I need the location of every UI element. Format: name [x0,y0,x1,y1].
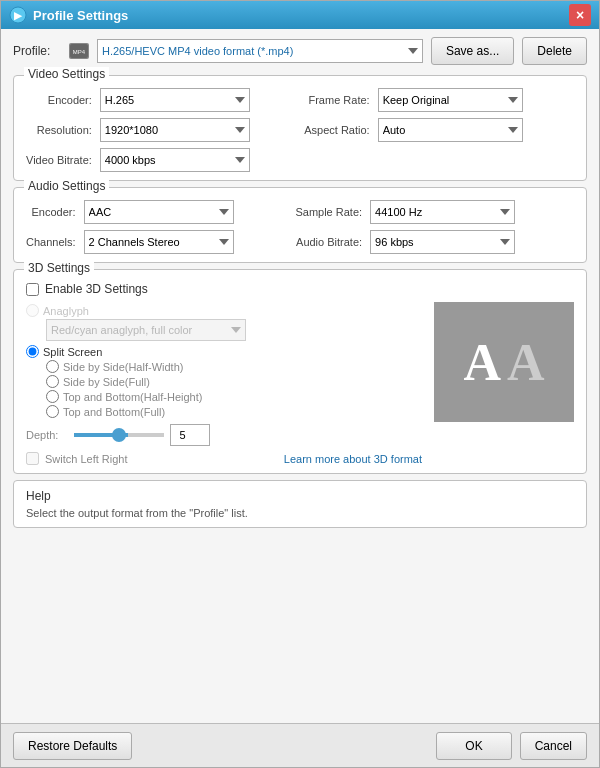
sub-option-2-radio[interactable] [46,390,59,403]
encoder-label: Encoder: [26,94,92,106]
depth-value-input[interactable] [170,424,210,446]
sub-option-3-radio[interactable] [46,405,59,418]
preview-right-a: A [507,333,545,392]
video-bitrate-select[interactable]: 4000 kbps [100,148,250,172]
anaglyph-radio[interactable] [26,304,39,317]
audio-bitrate-select[interactable]: 96 kbps [370,230,515,254]
sample-rate-select[interactable]: 44100 Hz [370,200,515,224]
channels-select[interactable]: 2 Channels Stereo [84,230,234,254]
svg-text:▶: ▶ [14,10,23,21]
split-screen-option: Split Screen [26,345,422,358]
sub-option-0-label: Side by Side(Half-Width) [63,361,183,373]
3d-content: Anaglyph Red/cyan anaglyph, full color S… [26,302,574,465]
title-bar: ▶ Profile Settings × [1,1,599,29]
3d-settings-title: 3D Settings [24,261,94,275]
switch-left-right-label: Switch Left Right [45,453,128,465]
delete-button[interactable]: Delete [522,37,587,65]
video-settings-grid: Encoder: H.265 Frame Rate: Keep Original… [26,88,574,172]
sample-rate-label: Sample Rate: [295,206,362,218]
close-button[interactable]: × [569,4,591,26]
learn-more-link[interactable]: Learn more about 3D format [284,453,422,465]
sub-option-2: Top and Bottom(Half-Height) [46,390,422,403]
anaglyph-label: Anaglyph [43,305,89,317]
restore-defaults-button[interactable]: Restore Defaults [13,732,132,760]
sub-option-1-label: Side by Side(Full) [63,376,150,388]
resolution-label: Resolution: [26,124,92,136]
audio-encoder-select[interactable]: AAC [84,200,234,224]
split-screen-label: Split Screen [43,346,102,358]
preview-left-a: A [463,333,501,392]
enable-3d-label[interactable]: Enable 3D Settings [45,282,148,296]
sub-option-0: Side by Side(Half-Width) [46,360,422,373]
audio-settings-section: Audio Settings Encoder: AAC Sample Rate:… [13,187,587,263]
help-title: Help [26,489,574,503]
audio-encoder-label: Encoder: [26,206,76,218]
resolution-select[interactable]: 1920*1080 [100,118,250,142]
depth-row: Depth: [26,424,422,446]
video-settings-title: Video Settings [24,67,109,81]
window-title: Profile Settings [33,8,569,23]
profile-label: Profile: [13,44,61,58]
depth-slider[interactable] [74,433,164,437]
sub-option-3: Top and Bottom(Full) [46,405,422,418]
svg-text:MP4: MP4 [73,49,86,55]
sub-option-3-label: Top and Bottom(Full) [63,406,165,418]
3d-preview: A A [434,302,574,422]
video-encoder-select[interactable]: H.265 [100,88,250,112]
content-area: Profile: MP4 H.265/HEVC MP4 video format… [1,29,599,723]
switch-left-right-checkbox[interactable] [26,452,39,465]
preview-aa-display: A A [463,333,544,392]
split-screen-radio[interactable] [26,345,39,358]
video-bitrate-label: Video Bitrate: [26,154,92,166]
split-screen-sub-options: Side by Side(Half-Width) Side by Side(Fu… [46,360,422,418]
sub-option-1: Side by Side(Full) [46,375,422,388]
cancel-button[interactable]: Cancel [520,732,587,760]
profile-settings-window: ▶ Profile Settings × Profile: MP4 H.265/… [0,0,600,768]
audio-settings-grid: Encoder: AAC Sample Rate: 44100 Hz Chann… [26,200,574,254]
profile-row: Profile: MP4 H.265/HEVC MP4 video format… [13,37,587,65]
sub-option-1-radio[interactable] [46,375,59,388]
switch-row: Switch Left Right Learn more about 3D fo… [26,452,422,465]
footer: Restore Defaults OK Cancel [1,723,599,767]
channels-label: Channels: [26,236,76,248]
3d-options-left: Anaglyph Red/cyan anaglyph, full color S… [26,302,422,465]
frame-rate-label: Frame Rate: [304,94,369,106]
aspect-ratio-label: Aspect Ratio: [304,124,369,136]
profile-select[interactable]: H.265/HEVC MP4 video format (*.mp4) [97,39,423,63]
anaglyph-option: Anaglyph [26,304,422,317]
enable-3d-checkbox[interactable] [26,283,39,296]
help-text: Select the output format from the "Profi… [26,507,574,519]
depth-label: Depth: [26,429,68,441]
app-icon: ▶ [9,6,27,24]
save-as-button[interactable]: Save as... [431,37,514,65]
sub-option-2-label: Top and Bottom(Half-Height) [63,391,202,403]
frame-rate-select[interactable]: Keep Original [378,88,523,112]
video-settings-section: Video Settings Encoder: H.265 Frame Rate… [13,75,587,181]
3d-settings-section: 3D Settings Enable 3D Settings Anaglyph … [13,269,587,474]
ok-button[interactable]: OK [436,732,511,760]
profile-format-icon: MP4 [69,43,89,59]
help-section: Help Select the output format from the "… [13,480,587,528]
aspect-ratio-select[interactable]: Auto [378,118,523,142]
audio-bitrate-label: Audio Bitrate: [295,236,362,248]
anaglyph-select[interactable]: Red/cyan anaglyph, full color [46,319,246,341]
footer-right: OK Cancel [436,732,587,760]
enable-3d-row: Enable 3D Settings [26,282,574,296]
sub-option-0-radio[interactable] [46,360,59,373]
audio-settings-title: Audio Settings [24,179,109,193]
